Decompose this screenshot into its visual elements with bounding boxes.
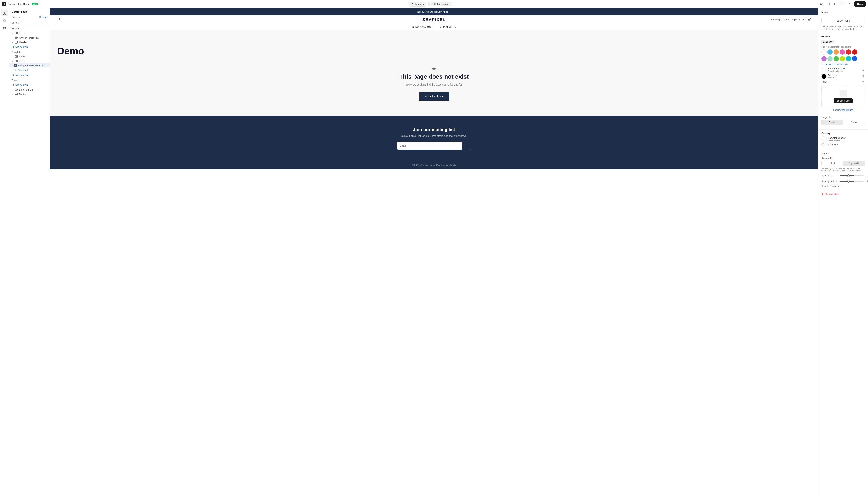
change-link[interactable]: Change xyxy=(39,16,47,18)
swatch-red[interactable] xyxy=(846,49,851,55)
swatch-green[interactable] xyxy=(834,56,839,61)
email-signup-item[interactable]: ▶ Email signup xyxy=(9,87,50,92)
page-title: Default page xyxy=(12,11,47,13)
theme-name: Sense - Main Theme xyxy=(8,3,30,5)
search-button[interactable] xyxy=(57,18,61,21)
apps-panel-icon[interactable] xyxy=(1,25,8,31)
spacing-top-input[interactable]: 36 xyxy=(865,174,868,178)
overlay-section: Overlay Background color Linear gradient… xyxy=(818,129,868,150)
cart-icon[interactable] xyxy=(807,18,811,21)
demo-heading: Demo xyxy=(57,45,811,57)
swatch-teal[interactable] xyxy=(846,56,851,61)
nav-demo-catalogue[interactable]: DEMO CATALOGUE xyxy=(412,26,434,28)
email-submit-button[interactable]: → xyxy=(462,142,471,150)
fluid-option[interactable]: Fluid xyxy=(822,161,843,166)
account-icon[interactable] xyxy=(802,18,805,21)
swatch-pink[interactable] xyxy=(840,49,845,55)
bg-color-reset[interactable] xyxy=(861,68,865,72)
apps-tree-item[interactable]: ▶ Apps xyxy=(9,31,50,35)
error-code: 404 xyxy=(57,68,811,71)
background-color-item: Background color No color chosen xyxy=(821,67,865,72)
text-color-reset[interactable] xyxy=(861,75,865,78)
region-selector[interactable]: Greece | EUR € ▾ xyxy=(771,18,788,21)
mobile-icon[interactable] xyxy=(826,1,832,7)
cover-option[interactable]: Cover xyxy=(843,120,865,125)
expand-icon[interactable] xyxy=(840,1,846,7)
settings-icon[interactable] xyxy=(1,17,8,24)
overlay-bg-label: Background color xyxy=(828,137,865,139)
undo-icon[interactable] xyxy=(847,1,853,7)
remove-block-button[interactable]: 🗑 Remove block xyxy=(818,191,868,197)
svg-point-25 xyxy=(803,18,804,19)
email-icon xyxy=(15,88,18,91)
footer-item[interactable]: ▶ Footer xyxy=(9,92,50,96)
overlay-blur-toggle[interactable] xyxy=(821,143,824,146)
svg-rect-5 xyxy=(4,12,5,13)
gradient-dropdown[interactable]: Gradient ▾ xyxy=(821,40,835,44)
select-image-button[interactable]: Select image xyxy=(834,98,853,103)
swatch-purple[interactable] xyxy=(821,56,826,61)
language-selector[interactable]: English ▾ xyxy=(791,18,800,21)
expand-icon: ▶ xyxy=(12,89,14,91)
footer-item-label: Footer xyxy=(19,93,47,96)
text-color-swatch[interactable] xyxy=(821,74,826,79)
add-section-footer-btn[interactable]: ⊕ Add section xyxy=(9,82,50,87)
spacing-top-slider[interactable] xyxy=(839,175,864,176)
bg-color-label: Background color xyxy=(828,67,860,70)
expand-icon: ▶ xyxy=(12,93,14,95)
apps-icon xyxy=(15,32,18,35)
swatch-orange[interactable] xyxy=(834,49,839,55)
svg-rect-4 xyxy=(3,12,4,13)
apps-label: Apps xyxy=(19,32,43,35)
sections-icon[interactable] xyxy=(1,10,8,16)
save-button[interactable]: Save xyxy=(854,1,866,6)
announcement-bar-item[interactable]: ▶ Announcement bar xyxy=(9,35,50,40)
this-page-item[interactable]: A This page does not exist xyxy=(9,63,50,67)
swatch-dark-red[interactable] xyxy=(852,49,857,55)
overlay-color-swatch[interactable] xyxy=(821,137,826,142)
add-block-btn[interactable]: ⊕ Add block xyxy=(9,67,50,73)
default-dropdown[interactable]: ⚙ Default ▾ xyxy=(409,2,426,6)
select-menu-button[interactable]: Select menu xyxy=(821,18,865,24)
header-item[interactable]: ▶ Header xyxy=(9,40,50,44)
devices-icon[interactable] xyxy=(819,1,824,7)
page-dropdown[interactable]: 📄 Default page ▾ xyxy=(429,2,452,6)
spacing-bottom-row: Spacing bottom 36 px xyxy=(821,179,865,183)
nav-app-demos[interactable]: APP DEMOS ▾ xyxy=(440,26,456,28)
spacing-bottom-input[interactable]: 36 xyxy=(865,179,868,183)
swatch-white[interactable] xyxy=(821,49,826,55)
spacing-bottom-slider[interactable] xyxy=(839,181,864,182)
page-width-option[interactable]: Page width xyxy=(843,161,865,166)
add-section-header-btn[interactable]: ⊕ Add section xyxy=(9,44,50,49)
learn-gradients-link[interactable]: ℹ Learn more about gradients xyxy=(821,63,865,65)
text-color-value: #000000 xyxy=(828,77,860,79)
swatch-cobalt[interactable] xyxy=(852,56,857,61)
image-size-label: Image size xyxy=(821,116,865,119)
email-signup-section: Join our mailing list Join our email lis… xyxy=(50,116,818,161)
image-reset[interactable] xyxy=(861,80,865,84)
page-item[interactable]: ▶ Page xyxy=(9,54,50,59)
expand-icon: ▶ xyxy=(12,37,14,39)
apps-template-item[interactable]: ▼ Apps xyxy=(9,59,50,63)
back-to-home-button[interactable]: ← Back to home xyxy=(419,92,449,101)
expand-icon: ▶ xyxy=(12,41,14,43)
more-menu-button[interactable]: ··· xyxy=(40,2,42,6)
overlay-bg-item: Background color Linear gradient xyxy=(821,137,865,142)
preview-label: Preview xyxy=(12,16,20,18)
nav-links: DEMO CATALOGUE APP DEMOS ▾ xyxy=(50,24,818,30)
svg-rect-20 xyxy=(15,61,16,62)
page-icon xyxy=(15,55,18,58)
page-404-section: Demo 404 This page does not exist Sorry,… xyxy=(50,30,818,116)
swatch-mint[interactable] xyxy=(827,56,833,61)
email-input[interactable] xyxy=(397,142,462,150)
swatch-blue[interactable] xyxy=(827,49,833,55)
layout-title: Layout xyxy=(821,152,865,155)
explore-images-link[interactable]: Explore free images xyxy=(821,109,865,111)
swatch-lime[interactable] xyxy=(840,56,845,61)
add-section-template-btn[interactable]: ⊕ Add section xyxy=(9,73,50,78)
demo-link[interactable]: Demo ↗ xyxy=(12,21,47,24)
overlay-blur-label: Overlay blur xyxy=(826,143,838,146)
bg-color-swatch[interactable] xyxy=(821,67,826,72)
split-view-icon[interactable] xyxy=(833,1,839,7)
contain-option[interactable]: Contain xyxy=(822,120,843,125)
